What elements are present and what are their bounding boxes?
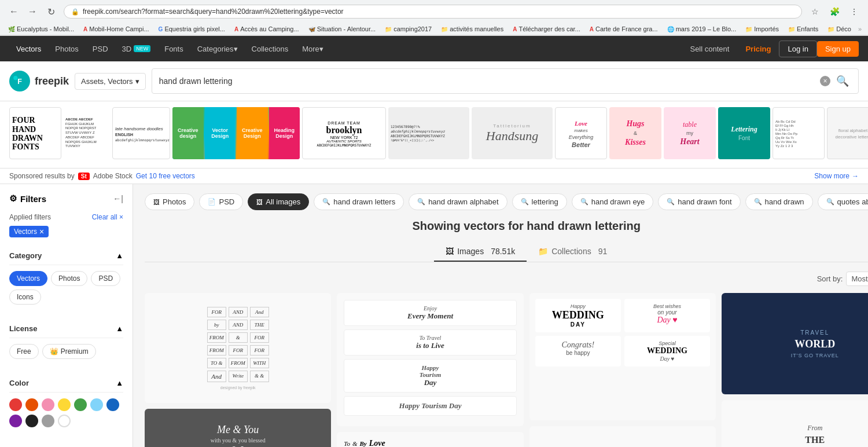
- bookmark-situation[interactable]: 🦋 Situation - Alentour...: [306, 24, 378, 34]
- nav-photos[interactable]: Photos: [48, 36, 85, 61]
- image-card-1[interactable]: FOR AND And by AND THE FROM & FOR FROM F…: [145, 293, 331, 403]
- tab-hand-drawn-eye[interactable]: 🔍 hand drawn eye: [572, 193, 654, 210]
- nav-more[interactable]: More ▾: [295, 36, 330, 61]
- url-bar[interactable]: 🔒 freepik.com/search?format=search&query…: [64, 5, 802, 19]
- nav-vectors[interactable]: Vectors: [9, 36, 48, 61]
- extensions-button[interactable]: 🧩: [826, 3, 843, 20]
- menu-button[interactable]: ⋮: [846, 3, 862, 20]
- license-premium-button[interactable]: 👑 Premium: [42, 344, 96, 359]
- color-orange[interactable]: [25, 398, 38, 411]
- bookmark-activites[interactable]: 📁 activités manuelles: [439, 24, 506, 34]
- tab-hand-drawn[interactable]: 🔍 hand drawn: [745, 193, 813, 210]
- bookmark-mars[interactable]: 🌐 mars 2019 – Le Blo...: [665, 24, 739, 34]
- bookmark-eucalyptus[interactable]: 🌿 Eucalyptus - Mobil...: [6, 24, 76, 34]
- pricing-button[interactable]: Pricing: [737, 41, 779, 57]
- image-card-5[interactable]: Happy WEDDING DAY Best wishes on your Da…: [529, 293, 716, 420]
- bookmark-carte[interactable]: A Carte de France gra...: [587, 24, 660, 34]
- banner-item-3[interactable]: late handsome doodles ENGLISH abcdefghij…: [112, 107, 170, 159]
- tab-hand-drawn-letters[interactable]: 🔍 hand drawn letters: [314, 193, 404, 210]
- banner-item-1[interactable]: FOURHANDDRAWNFONTS: [9, 107, 61, 159]
- color-purple[interactable]: [9, 415, 22, 427]
- tab-psd[interactable]: 📄 PSD: [199, 193, 243, 210]
- back-button[interactable]: ←: [6, 3, 22, 20]
- category-photos-button[interactable]: Photos: [51, 271, 87, 286]
- bookmark-button[interactable]: ☆: [807, 3, 823, 20]
- color-white[interactable]: [58, 415, 71, 427]
- category-icons-button[interactable]: Icons: [9, 290, 41, 305]
- freepik-logo[interactable]: F freepik: [9, 71, 69, 91]
- sell-content-button[interactable]: Sell content: [682, 41, 737, 57]
- color-pink[interactable]: [42, 398, 54, 411]
- search-button[interactable]: 🔍: [834, 72, 851, 90]
- show-more-link[interactable]: Show more →: [814, 172, 859, 180]
- color-green[interactable]: [74, 398, 87, 411]
- banner-item-8[interactable]: Love makes Everything Better: [555, 107, 607, 159]
- color-light-blue[interactable]: [90, 398, 103, 411]
- banner-item-6[interactable]: 1234567890@?!% abcdefghijklmnopqrstuvwxy…: [388, 107, 469, 159]
- image-card-3[interactable]: Enjoy Every Moment To Travel is to Live …: [337, 293, 523, 426]
- banner-item-10[interactable]: table my Heart: [664, 107, 716, 159]
- bookmark-equestria[interactable]: G Equestria girls pixel...: [156, 24, 227, 34]
- category-section-header[interactable]: Category ▲: [9, 247, 123, 265]
- banner-item-11[interactable]: Lettering Font: [718, 107, 770, 159]
- tab-lettering[interactable]: 🔍 lettering: [512, 193, 567, 210]
- login-button[interactable]: Log in: [779, 41, 816, 57]
- bookmark-acces[interactable]: A Accès au Camping...: [232, 24, 301, 34]
- tab-all-images[interactable]: 🖼 All images: [248, 193, 309, 210]
- bookmark-enfants[interactable]: 📁 Enfants: [786, 24, 821, 34]
- bookmark-telecharger[interactable]: A Télécharger des car...: [510, 24, 583, 34]
- filetype-section-header[interactable]: File type ▼: [9, 442, 123, 447]
- color-gray[interactable]: [42, 415, 54, 427]
- tab-hand-drawn-font[interactable]: 🔍 hand drawn font: [658, 193, 740, 210]
- color-section-header[interactable]: Color ▲: [9, 374, 123, 393]
- assets-dropdown[interactable]: Assets, Vectors ▾: [75, 73, 146, 90]
- tab-hand-drawn-alphabet[interactable]: 🔍 hand drawn alphabet: [409, 193, 507, 210]
- nav-collections[interactable]: Collections: [245, 36, 296, 61]
- bookmark-mobilhome[interactable]: A Mobil-Home Campi...: [81, 24, 152, 34]
- category-psd-button[interactable]: PSD: [91, 271, 120, 286]
- tab-quotes[interactable]: 🔍 quotes ab...: [818, 193, 868, 210]
- banner-item-7[interactable]: Tattletorium Handsung: [472, 107, 553, 159]
- url-text: freepik.com/search?format=search&query=h…: [83, 8, 795, 16]
- banner-item-2[interactable]: ABCDE ABCDEF FGHIJK GHIJKLM NOPQR NOPQRS…: [64, 107, 110, 159]
- search-input[interactable]: [159, 76, 820, 86]
- color-red[interactable]: [9, 398, 22, 411]
- image-card-6[interactable]: TRAVEL LETTERING BADGES We are going to …: [529, 426, 716, 447]
- bookmark-deco[interactable]: 📁 Déco: [825, 24, 854, 34]
- color-blue[interactable]: [106, 398, 119, 411]
- result-tab-images[interactable]: 🖼 Images 78.51k: [434, 242, 527, 262]
- clear-all-link[interactable]: Clear all ×: [92, 213, 123, 221]
- banner-item-13[interactable]: floral alphabet decorative letters: [827, 107, 868, 159]
- license-section-header[interactable]: License ▲: [9, 320, 123, 338]
- nav-fonts[interactable]: Fonts: [157, 36, 190, 61]
- license-free-button[interactable]: Free: [9, 344, 39, 359]
- bookmark-importes[interactable]: 📁 Importés: [743, 24, 781, 34]
- color-black[interactable]: [25, 415, 38, 427]
- banner-item-5[interactable]: DREAM TEAM brooklyn NEW YORK 72 AUTHENTI…: [302, 107, 386, 159]
- image-card-4[interactable]: To & By Love & Mr&Mrs & and with By: [337, 432, 523, 447]
- image-card-2[interactable]: Me & You with you & you blessed we & Lov…: [145, 409, 331, 447]
- image-card-9[interactable]: From THE and The Mr to Mrs 👑: [722, 400, 868, 447]
- signup-button[interactable]: Sign up: [817, 41, 859, 57]
- remove-vectors-filter[interactable]: ×: [39, 228, 44, 236]
- bookmark-camping2017[interactable]: 📁 camping2017: [382, 24, 434, 34]
- category-vectors-button[interactable]: Vectors: [9, 271, 47, 286]
- banner-item-12[interactable]: Ab Bc Cd Dd Ef Ff Gg Hh Ii Jj Kk Ll Mm N…: [773, 107, 825, 159]
- free-vectors-link[interactable]: Get 10 free vectors: [136, 172, 195, 180]
- refresh-button[interactable]: ↻: [43, 3, 59, 20]
- sort-dropdown[interactable]: Most relevant ▾: [846, 272, 868, 286]
- search-clear-button[interactable]: ×: [820, 76, 830, 86]
- banner-area: FOURHANDDRAWNFONTS ABCDE ABCDEF FGHIJK G…: [0, 101, 868, 168]
- image-card-8[interactable]: TRAVEL WORLD IT'S GO TRAVEL: [722, 293, 868, 394]
- banner-item-4[interactable]: Creativedesign VectorDesign CreativeDesi…: [172, 107, 300, 159]
- nav-categories[interactable]: Categories ▾: [190, 36, 245, 61]
- collapse-sidebar-button[interactable]: ←|: [113, 194, 123, 203]
- more-bookmarks[interactable]: »: [858, 25, 862, 32]
- forward-button[interactable]: →: [24, 3, 41, 20]
- color-yellow[interactable]: [58, 398, 71, 411]
- nav-3d[interactable]: 3D NEW: [115, 36, 158, 61]
- tab-photos[interactable]: 🖼 Photos: [145, 193, 194, 210]
- nav-psd[interactable]: PSD: [86, 36, 115, 61]
- result-tab-collections[interactable]: 📁 Collections 91: [527, 242, 619, 262]
- banner-item-9[interactable]: Hugs & Kisses: [609, 107, 661, 159]
